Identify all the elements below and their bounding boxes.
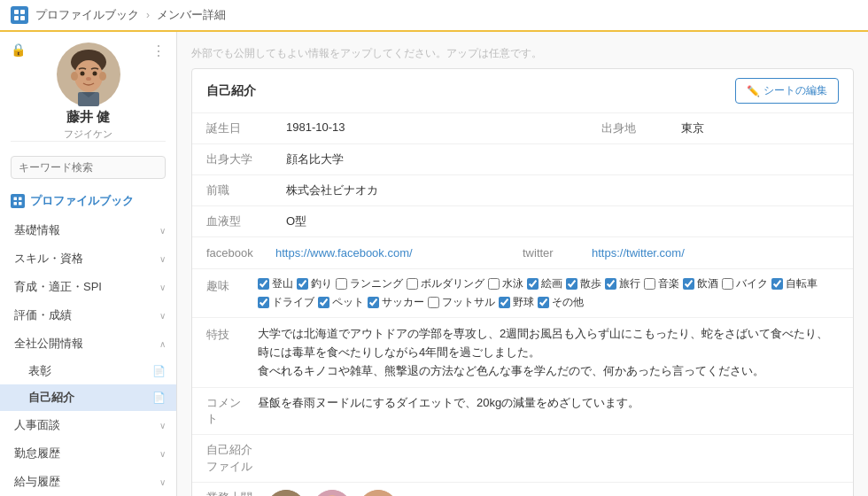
sidebar-logo bbox=[11, 194, 25, 208]
document-icon: 📄 bbox=[152, 365, 166, 377]
breadcrumb: メンバー詳細 bbox=[157, 7, 226, 23]
skill-row: 特技 大学では北海道でアウトドアの学部を専攻し、2週間お風呂も入らず山にこもった… bbox=[192, 317, 853, 387]
sidebar-item-hyosho[interactable]: 表彰 📄 bbox=[0, 358, 176, 384]
twitter-item: twitter https://twitter.com/ bbox=[523, 246, 839, 260]
twitter-label: twitter bbox=[523, 246, 585, 260]
svg-rect-3 bbox=[20, 16, 25, 20]
search-area bbox=[0, 149, 176, 186]
svg-rect-13 bbox=[14, 198, 18, 201]
hobby-tozan[interactable]: 登山 bbox=[258, 276, 293, 291]
comment-row: コメント 昼飯を春雨ヌードルにするダイエットで、20kgの減量をめざしています。 bbox=[192, 387, 853, 434]
edit-sheet-button[interactable]: ✏️ シートの編集 bbox=[735, 78, 839, 104]
svg-point-7 bbox=[71, 72, 78, 81]
app-logo bbox=[11, 6, 28, 24]
blood-label: 血液型 bbox=[192, 206, 272, 237]
svg-rect-1 bbox=[20, 10, 25, 14]
document-icon: 📄 bbox=[152, 391, 166, 404]
blood-value: O型 bbox=[272, 206, 853, 237]
skill-label: 特技 bbox=[206, 325, 251, 343]
hobby-sanpo[interactable]: 散歩 bbox=[566, 276, 601, 291]
blood-row: 血液型 O型 bbox=[192, 206, 853, 237]
avatar bbox=[57, 43, 120, 109]
hobby-soccer[interactable]: サッカー bbox=[368, 295, 424, 310]
birthday-value: 1981-10-13 bbox=[272, 113, 587, 144]
chevron-down-icon: ∨ bbox=[159, 226, 166, 236]
hobbies-tags: 登山 釣り ランニング ボルダリング 水泳 絵画 散歩 旅行 音楽 飲酒 バイク… bbox=[258, 276, 839, 310]
main-content: 外部でも公開してもよい情報をアップしてください。アップは任意です。 自己紹介 ✏… bbox=[177, 32, 868, 496]
svg-rect-2 bbox=[14, 16, 19, 20]
content-note: 外部でも公開してもよい情報をアップしてください。アップは任意です。 bbox=[191, 46, 854, 61]
hobby-running[interactable]: ランニング bbox=[336, 276, 403, 291]
sidebar: 🔒 ⋮ bbox=[0, 32, 177, 496]
hobbies-row: 趣味 登山 釣り ランニング ボルダリング 水泳 絵画 散歩 旅行 音楽 飲酒 … bbox=[192, 268, 853, 317]
hobby-futsal[interactable]: フットサル bbox=[428, 295, 495, 310]
comment-text: 昼飯を春雨ヌードルにするダイエットで、20kgの減量をめざしています。 bbox=[258, 395, 639, 411]
university-value: 顔名比大学 bbox=[272, 144, 853, 175]
hobby-inshu[interactable]: 飲酒 bbox=[683, 276, 718, 291]
sidebar-item-skill[interactable]: スキル・資格 ∨ bbox=[0, 244, 176, 273]
hobby-other[interactable]: その他 bbox=[538, 295, 584, 310]
hobby-tsuri[interactable]: 釣り bbox=[297, 276, 332, 291]
university-label: 出身大学 bbox=[192, 144, 272, 175]
previous-job-value: 株式会社ビナオカ bbox=[272, 175, 853, 206]
twitter-link[interactable]: https://twitter.com/ bbox=[592, 246, 685, 260]
svg-point-17 bbox=[267, 490, 306, 496]
profile-section-card: 自己紹介 ✏️ シートの編集 誕生日 1981-10-13 出身地 東京 bbox=[191, 68, 854, 496]
chevron-down-icon: ∨ bbox=[159, 477, 166, 487]
user-name: 藤井 健 bbox=[66, 109, 110, 126]
user-kana: フジイケン bbox=[64, 128, 112, 141]
file-row: 自己紹介ファイル bbox=[192, 434, 853, 481]
sidebar-item-zensya[interactable]: 全社公開情報 ∧ bbox=[0, 329, 176, 358]
birthday-label: 誕生日 bbox=[192, 113, 272, 144]
svg-point-10 bbox=[92, 72, 97, 76]
more-options-icon[interactable]: ⋮ bbox=[151, 43, 166, 59]
chevron-down-icon: ∨ bbox=[159, 283, 166, 292]
svg-rect-15 bbox=[14, 202, 18, 205]
app-title: プロファイルブック bbox=[35, 7, 139, 23]
related-avatar-3[interactable] bbox=[359, 490, 398, 496]
pencil-icon: ✏️ bbox=[747, 85, 760, 97]
hobby-kaiga[interactable]: 絵画 bbox=[527, 276, 562, 291]
chevron-down-icon: ∨ bbox=[159, 254, 166, 264]
svg-rect-14 bbox=[19, 198, 22, 201]
top-bar: プロファイルブック › メンバー詳細 bbox=[0, 0, 868, 32]
hobby-bicycle[interactable]: 自転車 bbox=[771, 276, 818, 291]
hobby-suiei[interactable]: 水泳 bbox=[488, 276, 523, 291]
sidebar-item-kyuyo[interactable]: 給与履歴 ∨ bbox=[0, 468, 176, 496]
related-label: 業務上関わりが深 bbox=[206, 490, 260, 496]
sidebar-item-ikusei[interactable]: 育成・適正・SPI ∨ bbox=[0, 273, 176, 301]
section-title: 自己紹介 bbox=[206, 83, 256, 99]
sidebar-section-header: プロファイルブック bbox=[0, 186, 176, 216]
social-row: facebook https://www.facebook.com/ twitt… bbox=[192, 236, 853, 268]
facebook-link[interactable]: https://www.facebook.com/ bbox=[275, 246, 413, 260]
svg-rect-16 bbox=[19, 202, 22, 205]
facebook-label: facebook bbox=[206, 246, 268, 260]
chevron-down-icon: ∨ bbox=[159, 311, 166, 321]
hobby-baseball[interactable]: 野球 bbox=[499, 295, 534, 310]
previous-job-label: 前職 bbox=[192, 175, 272, 206]
hobby-ryoko[interactable]: 旅行 bbox=[605, 276, 640, 291]
hobby-ongaku[interactable]: 音楽 bbox=[644, 276, 679, 291]
sidebar-section-label: プロファイルブック bbox=[30, 193, 134, 209]
sidebar-item-kintai[interactable]: 勤怠履歴 ∨ bbox=[0, 439, 176, 468]
sidebar-item-hyoka[interactable]: 評価・成績 ∨ bbox=[0, 301, 176, 329]
search-input[interactable] bbox=[11, 156, 166, 179]
birthday-row: 誕生日 1981-10-13 出身地 東京 bbox=[192, 113, 853, 144]
chevron-down-icon: ∨ bbox=[159, 421, 166, 430]
sidebar-item-jinjiment[interactable]: 人事面談 ∨ bbox=[0, 411, 176, 439]
birthplace-value: 東京 bbox=[667, 113, 853, 144]
hobby-bike[interactable]: バイク bbox=[722, 276, 768, 291]
hobby-drive[interactable]: ドライブ bbox=[258, 295, 314, 310]
hobby-bouldering[interactable]: ボルダリング bbox=[407, 276, 484, 291]
svg-point-8 bbox=[99, 72, 106, 81]
hobby-pet[interactable]: ペット bbox=[318, 295, 364, 310]
info-table: 誕生日 1981-10-13 出身地 東京 出身大学 顔名比大学 前職 株式会社… bbox=[192, 112, 853, 236]
hobbies-label: 趣味 bbox=[206, 276, 251, 294]
sidebar-item-kiso[interactable]: 基礎情報 ∨ bbox=[0, 216, 176, 244]
related-avatar-1[interactable] bbox=[267, 490, 306, 496]
breadcrumb-separator: › bbox=[146, 9, 150, 21]
sidebar-item-jikoshokai[interactable]: 自己紹介 📄 bbox=[0, 384, 176, 411]
related-avatars bbox=[267, 490, 398, 496]
svg-point-11 bbox=[86, 77, 91, 81]
related-avatar-2[interactable] bbox=[313, 490, 352, 496]
